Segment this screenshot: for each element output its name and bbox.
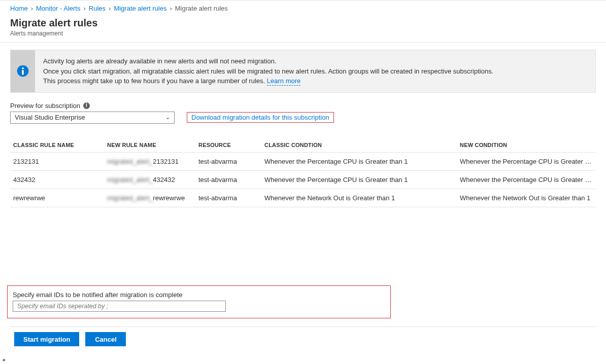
th-new-rule-name[interactable]: NEW RULE NAME [104, 138, 195, 153]
th-new-condition[interactable]: NEW CONDITION [457, 138, 596, 153]
info-line1: Activity log alerts are already availabl… [43, 56, 493, 66]
info-tooltip-icon[interactable]: i [83, 102, 90, 109]
subscription-select[interactable]: Visual Studio Enterprise ⌄ [10, 112, 175, 124]
cell-new-cond: Whenever the Percentage CPU is Greater t… [457, 152, 596, 170]
footer-divider [10, 326, 596, 327]
page-title: Migrate alert rules [10, 17, 596, 29]
cell-new-name: migrated_alert_2132131 [104, 152, 195, 170]
table-row: 2132131 migrated_alert_2132131 test-abva… [10, 152, 596, 170]
cell-classic-name: rewrewrwe [10, 189, 104, 207]
email-notification-section: Specify email IDs to be notified after m… [7, 285, 391, 318]
scroll-left-icon[interactable]: ◂ [2, 356, 5, 363]
cell-classic-cond: Whenever the Network Out is Greater than… [261, 189, 457, 207]
chevron-right-icon: › [170, 5, 172, 12]
cell-classic-name: 432432 [10, 170, 104, 189]
info-icon [11, 50, 35, 92]
breadcrumb-item-monitor-alerts[interactable]: Monitor - Alerts [36, 5, 80, 12]
info-line3: This process might take up to few hours … [43, 77, 267, 85]
cell-classic-name: 2132131 [10, 152, 104, 170]
subscription-select-value: Visual Studio Enterprise [15, 114, 165, 121]
subscription-label: Preview for subscription [10, 102, 80, 110]
chevron-right-icon: › [31, 5, 33, 12]
cell-new-cond: Whenever the Percentage CPU is Greater t… [457, 170, 596, 189]
th-classic-rule-name[interactable]: CLASSIC RULE NAME [10, 138, 104, 153]
cell-classic-cond: Whenever the Percentage CPU is Greater t… [261, 152, 457, 170]
learn-more-link[interactable]: Learn more [267, 77, 300, 86]
breadcrumb: Home › Monitor - Alerts › Rules › Migrat… [10, 5, 596, 12]
breadcrumb-item-rules[interactable]: Rules [89, 5, 106, 12]
cell-new-cond: Whenever the Network Out is Greater than… [457, 189, 596, 207]
breadcrumb-item-current: Migrate alert rules [175, 5, 228, 12]
download-migration-details-link[interactable]: Download migration details for this subs… [187, 112, 334, 123]
header-divider [0, 42, 606, 43]
info-bar: Activity log alerts are already availabl… [10, 50, 596, 93]
cell-new-name: migrated_alert_rewrewrwe [104, 189, 195, 207]
start-migration-button[interactable]: Start migration [14, 332, 79, 346]
page-subtitle: Alerts management [10, 30, 596, 37]
chevron-down-icon: ⌄ [165, 114, 170, 121]
chevron-right-icon: › [109, 5, 111, 12]
table-row: rewrewrwe migrated_alert_rewrewrwe test-… [10, 189, 596, 207]
email-input[interactable] [13, 301, 226, 312]
cell-resource: test-abvarma [195, 170, 261, 189]
cell-resource: test-abvarma [195, 189, 261, 207]
cell-new-name: migrated_alert_432432 [104, 170, 195, 189]
breadcrumb-item-home[interactable]: Home [10, 5, 28, 12]
svg-rect-2 [22, 70, 24, 75]
info-line2: Once you click start migration, all migr… [43, 66, 493, 77]
svg-point-1 [22, 67, 24, 69]
th-classic-condition[interactable]: CLASSIC CONDTION [261, 138, 457, 153]
table-header-row: CLASSIC RULE NAME NEW RULE NAME RESOURCE… [10, 138, 596, 153]
email-label: Specify email IDs to be notified after m… [13, 291, 385, 299]
cell-resource: test-abvarma [195, 152, 261, 170]
th-resource[interactable]: RESOURCE [195, 138, 261, 153]
cancel-button[interactable]: Cancel [85, 332, 126, 346]
breadcrumb-item-migrate-parent[interactable]: Migrate alert rules [114, 5, 166, 12]
chevron-right-icon: › [83, 5, 85, 12]
rules-table: CLASSIC RULE NAME NEW RULE NAME RESOURCE… [10, 138, 596, 207]
cell-classic-cond: Whenever the Percentage CPU is Greater t… [261, 170, 457, 189]
table-row: 432432 migrated_alert_432432 test-abvarm… [10, 170, 596, 189]
